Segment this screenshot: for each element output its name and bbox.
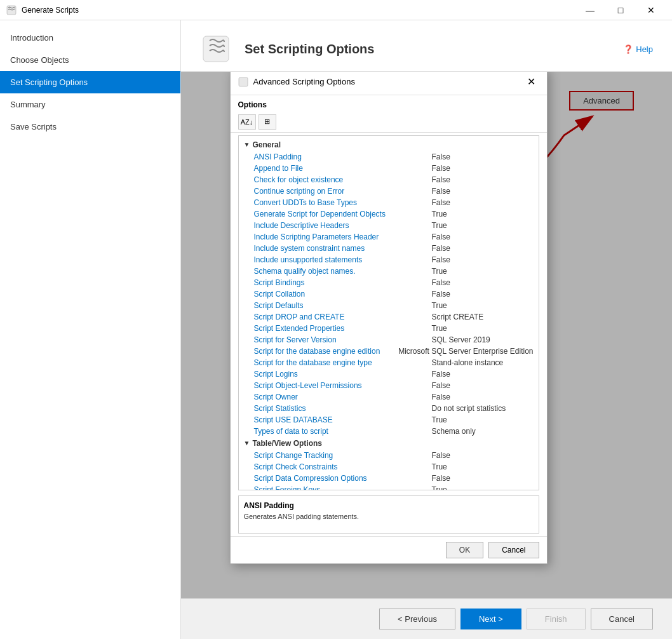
sidebar-item-save-scripts[interactable]: Save Scripts <box>0 116 180 138</box>
content-panel: Advanced <box>181 72 672 598</box>
close-button[interactable]: ✕ <box>636 1 666 20</box>
description-text: Generates ANSI padding statements. <box>244 513 534 520</box>
grid-button[interactable]: ⊞ <box>259 114 276 130</box>
option-name: Script Collation <box>254 290 432 299</box>
option-row[interactable]: Include Scripting Parameters HeaderFalse <box>241 231 536 243</box>
option-row[interactable]: Generate Script for Dependent ObjectsTru… <box>241 208 536 220</box>
option-row[interactable]: Script Extended PropertiesTrue <box>241 323 536 334</box>
option-row[interactable]: Include Descriptive HeadersTrue <box>241 220 536 231</box>
option-row[interactable]: Convert UDDTs to Base TypesFalse <box>241 197 536 208</box>
ok-button[interactable]: OK <box>446 542 483 558</box>
option-value: True <box>432 301 534 310</box>
option-row[interactable]: Script DROP and CREATEScript CREATE <box>241 311 536 323</box>
content-area: Set Scripting Options ❓ Help Advanced <box>181 20 672 639</box>
svg-rect-3 <box>239 77 248 86</box>
description-title: ANSI Padding <box>244 501 534 510</box>
option-name: Convert UDDTs to Base Types <box>254 198 432 207</box>
option-row[interactable]: Script Object-Level PermissionsFalse <box>241 380 536 391</box>
window-controls: — □ ✕ <box>575 1 666 20</box>
sidebar-item-choose-objects[interactable]: Choose Objects <box>0 49 180 71</box>
option-name: Types of data to script <box>254 427 432 436</box>
option-row[interactable]: Schema qualify object names.True <box>241 266 536 277</box>
sidebar-item-summary[interactable]: Summary <box>0 93 180 116</box>
dialog-toolbar: AZ↓ ⊞ <box>231 112 547 133</box>
option-value: False <box>432 232 534 241</box>
option-name: ANSI Padding <box>254 152 432 161</box>
option-value: False <box>432 474 534 483</box>
option-name: Script Bindings <box>254 278 432 287</box>
option-row[interactable]: Include system constraint namesFalse <box>241 243 536 254</box>
option-row[interactable]: Script for Server VersionSQL Server 2019 <box>241 334 536 346</box>
option-row[interactable]: Types of data to scriptSchema only <box>241 426 536 437</box>
page-title: Set Scripting Options <box>245 42 374 57</box>
option-value: True <box>432 485 534 490</box>
app-icon <box>6 5 17 15</box>
sidebar-item-set-scripting-options[interactable]: Set Scripting Options <box>0 71 180 93</box>
option-value: True <box>432 267 534 276</box>
option-row[interactable]: Script Data Compression OptionsFalse <box>241 473 536 484</box>
table-view-options-container: Script Change TrackingFalseScript Check … <box>241 450 536 490</box>
options-list-inner: ▼ General ANSI PaddingFalseAppend to Fil… <box>239 136 539 490</box>
option-row[interactable]: Append to FileFalse <box>241 163 536 174</box>
help-link[interactable]: ❓ Help <box>623 44 653 54</box>
option-row[interactable]: Script StatisticsDo not script statistic… <box>241 403 536 414</box>
option-value: False <box>432 370 534 379</box>
sidebar-item-introduction[interactable]: Introduction <box>0 27 180 49</box>
option-row[interactable]: Continue scripting on ErrorFalse <box>241 185 536 197</box>
option-name: Script Defaults <box>254 301 432 310</box>
general-chevron: ▼ <box>244 141 250 148</box>
help-icon: ❓ <box>623 44 633 54</box>
page-header: Set Scripting Options ❓ Help <box>181 20 672 72</box>
cancel-button[interactable]: Cancel <box>488 542 539 558</box>
window-title: Generate Scripts <box>22 6 575 15</box>
option-row[interactable]: Include unsupported statementsFalse <box>241 254 536 266</box>
option-name: Include Scripting Parameters Header <box>254 232 432 241</box>
general-options-container: ANSI PaddingFalseAppend to FileFalseChec… <box>241 151 536 437</box>
table-view-section-header[interactable]: ▼ Table/View Options <box>241 437 536 450</box>
option-row[interactable]: Script for the database engine typeStand… <box>241 357 536 368</box>
option-row[interactable]: Script CollationFalse <box>241 288 536 300</box>
title-bar: Generate Scripts — □ ✕ <box>0 0 672 20</box>
general-section-header[interactable]: ▼ General <box>241 138 536 151</box>
minimize-button[interactable]: — <box>575 1 605 20</box>
option-row[interactable]: Script Change TrackingFalse <box>241 450 536 461</box>
table-view-chevron: ▼ <box>244 440 250 447</box>
option-row[interactable]: Script for the database engine editionMi… <box>241 346 536 357</box>
option-value: False <box>432 175 534 184</box>
option-value: False <box>432 381 534 390</box>
modal-overlay: Advanced Scripting Options ✕ Options AZ↓… <box>181 72 672 598</box>
maximize-button[interactable]: □ <box>606 1 635 20</box>
option-row[interactable]: Check for object existenceFalse <box>241 174 536 185</box>
option-name: Script Check Constraints <box>254 462 432 471</box>
option-row[interactable]: ANSI PaddingFalse <box>241 151 536 163</box>
option-row[interactable]: Script DefaultsTrue <box>241 300 536 311</box>
option-row[interactable]: Script USE DATABASETrue <box>241 414 536 426</box>
option-value: False <box>432 152 534 161</box>
option-name: Script Statistics <box>254 404 432 413</box>
option-row[interactable]: Script LoginsFalse <box>241 368 536 380</box>
next-button[interactable]: Next > <box>460 609 521 629</box>
option-row[interactable]: Script Foreign KeysTrue <box>241 484 536 490</box>
option-name: Script Foreign Keys <box>254 485 432 490</box>
option-row[interactable]: Script OwnerFalse <box>241 391 536 403</box>
page-icon <box>200 33 232 65</box>
dialog-close-button[interactable]: ✕ <box>524 74 539 90</box>
sort-button[interactable]: AZ↓ <box>238 114 256 130</box>
cancel-footer-button[interactable]: Cancel <box>591 609 653 629</box>
option-name: Script Object-Level Permissions <box>254 381 432 390</box>
option-row[interactable]: Script BindingsFalse <box>241 277 536 288</box>
option-name: Generate Script for Dependent Objects <box>254 210 432 219</box>
option-value: False <box>432 290 534 299</box>
option-value: False <box>432 164 534 173</box>
option-value: Stand-alone instance <box>432 358 534 367</box>
options-label: Options <box>231 95 547 112</box>
option-value: True <box>432 462 534 471</box>
option-name: Script Data Compression Options <box>254 474 432 483</box>
option-value: True <box>432 324 534 333</box>
previous-button[interactable]: < Previous <box>379 609 455 629</box>
finish-button[interactable]: Finish <box>527 609 586 629</box>
option-row[interactable]: Script Check ConstraintsTrue <box>241 461 536 473</box>
options-list[interactable]: ▼ General ANSI PaddingFalseAppend to Fil… <box>238 135 539 490</box>
option-name: Script Extended Properties <box>254 324 432 333</box>
option-name: Script Change Tracking <box>254 451 432 460</box>
